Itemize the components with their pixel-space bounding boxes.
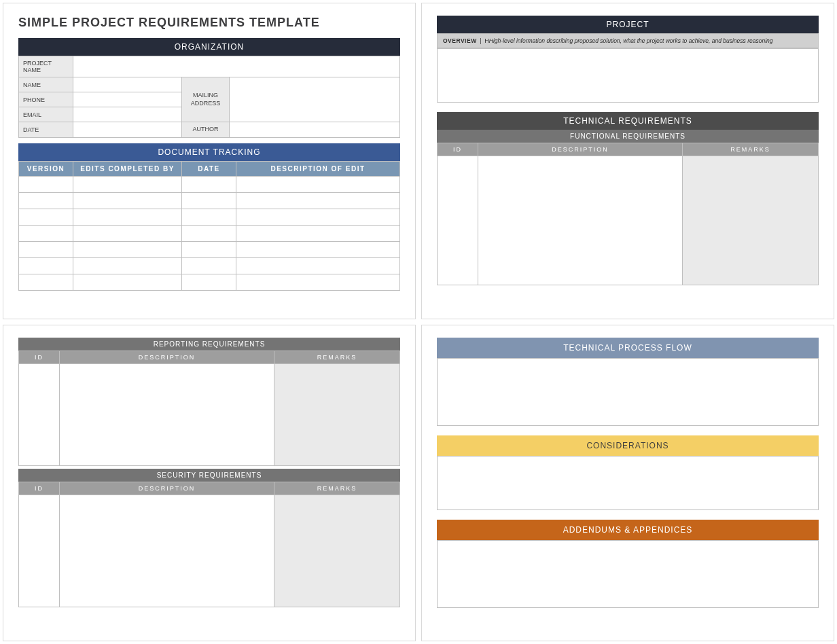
col-id: ID — [438, 143, 478, 156]
col-remarks: REMARKS — [274, 482, 400, 495]
organization-table: PROJECT NAME NAME MAILING ADDRESS PHONE … — [18, 56, 400, 138]
tech-req-header: TECHNICAL REQUIREMENTS — [437, 112, 819, 130]
overview-row: OVERVIEW | HHigh-level information descr… — [437, 33, 819, 48]
phone-label: PHONE — [19, 92, 73, 107]
mailing-address-value[interactable] — [230, 77, 400, 122]
rep-remarks-cell[interactable] — [274, 364, 400, 466]
func-id-cell[interactable] — [438, 156, 478, 285]
date-value[interactable] — [73, 122, 182, 138]
email-label: EMAIL — [19, 107, 73, 122]
col-desc: DESCRIPTION — [478, 143, 683, 156]
rep-desc-cell[interactable] — [60, 364, 274, 466]
col-id: ID — [19, 351, 60, 364]
tracking-row — [19, 192, 400, 209]
addendums-textarea[interactable] — [437, 540, 819, 608]
tracking-row — [19, 241, 400, 257]
considerations-textarea[interactable] — [437, 456, 819, 510]
sec-remarks-cell[interactable] — [274, 495, 400, 607]
project-name-label: PROJECT NAME — [19, 56, 73, 77]
reporting-header: REPORTING REQUIREMENTS — [18, 338, 400, 351]
name-value[interactable] — [73, 77, 182, 92]
sec-desc-cell[interactable] — [60, 495, 274, 607]
functional-req-table: ID DESCRIPTION REMARKS — [437, 143, 819, 285]
quadrant-top-right: PROJECT OVERVIEW | HHigh-level informati… — [421, 3, 834, 319]
org-row-name: NAME MAILING ADDRESS — [19, 77, 400, 92]
security-header: SECURITY REQUIREMENTS — [18, 469, 400, 482]
security-req-table: ID DESCRIPTION REMARKS — [18, 482, 400, 607]
col-remarks: REMARKS — [274, 351, 400, 364]
col-date: DATE — [182, 161, 236, 176]
col-remarks: REMARKS — [683, 143, 819, 156]
overview-textarea[interactable] — [437, 48, 819, 103]
email-value[interactable] — [73, 107, 182, 122]
tracking-row — [19, 225, 400, 241]
reporting-req-table: ID DESCRIPTION REMARKS — [18, 351, 400, 466]
quadrant-top-left: SIMPLE PROJECT REQUIREMENTS TEMPLATE ORG… — [3, 3, 416, 319]
author-label: AUTHOR — [182, 122, 230, 138]
tracking-row — [19, 274, 400, 290]
overview-label: OVERVIEW — [443, 37, 477, 44]
considerations-header: CONSIDERATIONS — [437, 435, 819, 456]
func-desc-cell[interactable] — [478, 156, 683, 285]
col-version: VERSION — [19, 161, 73, 176]
quadrant-bottom-right: TECHNICAL PROCESS FLOW CONSIDERATIONS AD… — [421, 325, 834, 641]
rep-id-cell[interactable] — [19, 364, 60, 466]
quadrant-bottom-left: REPORTING REQUIREMENTS ID DESCRIPTION RE… — [3, 325, 416, 641]
overview-hint: High-level information describing propos… — [489, 37, 773, 44]
page-title: SIMPLE PROJECT REQUIREMENTS TEMPLATE — [18, 16, 400, 30]
tracking-table: VERSION EDITS COMPLETED BY DATE DESCRIPT… — [18, 161, 400, 291]
func-req-header: FUNCTIONAL REQUIREMENTS — [437, 130, 819, 143]
date-label: DATE — [19, 122, 73, 138]
org-row-project-name: PROJECT NAME — [19, 56, 400, 77]
col-edits: EDITS COMPLETED BY — [73, 161, 182, 176]
mailing-address-label: MAILING ADDRESS — [182, 77, 230, 122]
org-row-date: DATE AUTHOR — [19, 122, 400, 138]
addendums-header: ADDENDUMS & APPENDICES — [437, 520, 819, 540]
col-desc: DESCRIPTION — [60, 482, 274, 495]
author-value[interactable] — [230, 122, 400, 138]
sec-id-cell[interactable] — [19, 495, 60, 607]
tracking-row — [19, 176, 400, 192]
organization-header: ORGANIZATION — [18, 38, 400, 56]
flow-textarea[interactable] — [437, 358, 819, 426]
tracking-header: DOCUMENT TRACKING — [18, 143, 400, 161]
func-remarks-cell[interactable] — [683, 156, 819, 285]
col-desc: DESCRIPTION OF EDIT — [236, 161, 400, 176]
col-id: ID — [19, 482, 60, 495]
col-desc: DESCRIPTION — [60, 351, 274, 364]
project-header: PROJECT — [437, 16, 819, 33]
name-label: NAME — [19, 77, 73, 92]
tracking-row — [19, 257, 400, 274]
phone-value[interactable] — [73, 92, 182, 107]
tracking-row — [19, 209, 400, 225]
flow-header: TECHNICAL PROCESS FLOW — [437, 338, 819, 358]
project-name-value[interactable] — [73, 56, 400, 77]
